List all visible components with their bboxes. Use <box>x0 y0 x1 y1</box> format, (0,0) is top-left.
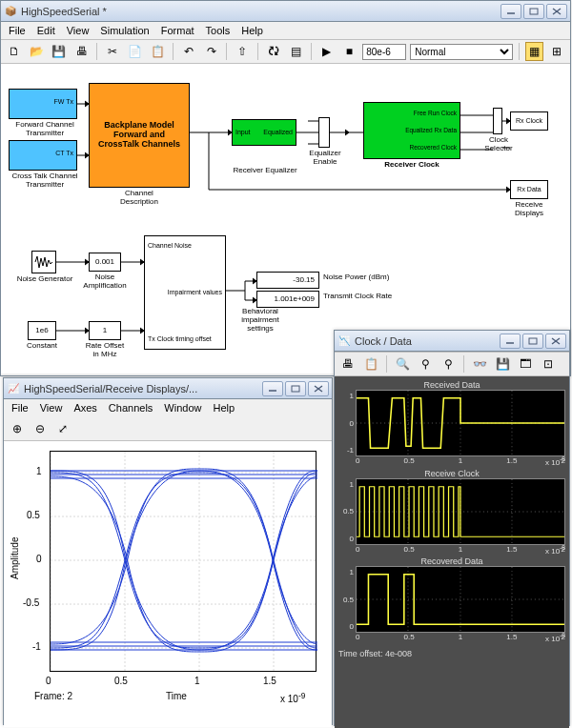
copy-icon[interactable]: 📄 <box>126 42 145 61</box>
block-fw-tx[interactable]: FW Tx <box>9 89 77 119</box>
eq-out: Equalized <box>263 129 293 136</box>
open-icon[interactable]: 📂 <box>28 42 47 61</box>
zoom-out-icon[interactable]: ⊖ <box>31 419 50 438</box>
noise-icon <box>34 254 53 270</box>
eye-menu-help[interactable]: Help <box>213 402 235 414</box>
zoom-in-icon[interactable]: ⊕ <box>8 419 27 438</box>
model-canvas[interactable]: FW Tx Forward ChannelTransmitter CT Tx C… <box>1 64 570 374</box>
scope-title-1: Received Data <box>338 380 565 390</box>
block-rx-data-out[interactable]: Rx Data <box>510 180 548 199</box>
new-icon[interactable]: 🗋 <box>5 42 24 61</box>
block-ct-tx[interactable]: CT Tx <box>9 140 77 171</box>
svg-rect-5 <box>292 386 299 392</box>
scope-autoscale-icon[interactable]: 👓 <box>470 354 489 374</box>
menu-file[interactable]: File <box>9 25 26 36</box>
minimize-button[interactable] <box>500 4 521 19</box>
scope-zoomy-icon[interactable]: ⚲ <box>439 354 458 374</box>
block-clock-sel[interactable] <box>493 108 502 134</box>
eye-menu-channels[interactable]: Channels <box>109 402 153 414</box>
close-button[interactable] <box>546 4 567 19</box>
label-tx-rate: Transmit Clock Rate <box>323 293 419 301</box>
label-eq-enable: EqualizerEnable <box>306 150 344 167</box>
frame-label: Frame: 2 <box>34 691 72 701</box>
scope3-yticks: 10.50 <box>338 566 356 633</box>
refresh-icon[interactable]: 🗘 <box>264 42 283 61</box>
label-fw-tx: Forward ChannelTransmitter <box>1 121 89 138</box>
scope-save-icon[interactable]: 💾 <box>493 354 512 374</box>
block-constant[interactable]: 1e6 <box>28 321 56 340</box>
block-eq-switch[interactable] <box>318 117 330 148</box>
save-icon[interactable]: 💾 <box>50 42 69 61</box>
eye-titlebar: 📈 HighSpeedSerial/Receive Displays/... <box>4 378 332 399</box>
eye-menu-view[interactable]: View <box>40 402 63 414</box>
sim-mode-select[interactable]: Normal <box>410 44 513 60</box>
scope-maximize-button[interactable] <box>522 334 543 349</box>
ytick-0: 0 <box>36 554 42 564</box>
eye-close-button[interactable] <box>308 381 329 396</box>
port-ct-tx: CT Tx <box>55 150 73 157</box>
scope-time-offset: Time offset: 4e-008 <box>338 649 565 658</box>
eye-title: HighSpeedSerial/Receive Displays/... <box>24 383 262 394</box>
rx-clock-port: Rx Clock <box>516 117 542 125</box>
menu-tools[interactable]: Tools <box>206 25 231 36</box>
ytick-1: 1 <box>36 466 42 476</box>
scope-axes-1[interactable] <box>356 390 565 456</box>
block-noise-pwr-display[interactable]: -30.15 <box>256 272 319 289</box>
free-run-clock: Free Run Clock <box>414 110 457 116</box>
block-equalizer[interactable]: Input Equalized <box>232 119 296 146</box>
model-explorer-icon[interactable]: ⊞ <box>547 42 566 61</box>
eye-window: 📈 HighSpeedSerial/Receive Displays/... F… <box>3 377 333 725</box>
eye-minimize-button[interactable] <box>262 381 283 396</box>
zoom-fit-icon[interactable]: ⤢ <box>53 419 72 438</box>
block-rate-offset[interactable]: 1 <box>89 321 121 340</box>
scope-print-icon[interactable]: 🖶 <box>338 354 358 374</box>
scope-zoomx-icon[interactable]: ⚲ <box>416 354 435 374</box>
scope-minimize-button[interactable] <box>500 334 521 349</box>
eye-axes[interactable] <box>50 451 317 672</box>
label-constant: Constant <box>20 342 64 351</box>
ch-noise-port: Channel Noise <box>148 242 192 250</box>
menu-format[interactable]: Format <box>161 25 194 36</box>
scope-icon: 📈 <box>7 382 20 395</box>
menu-simulation[interactable]: Simulation <box>100 25 149 36</box>
scope1-yticks: 10-1 <box>338 390 356 456</box>
eye-menu-file[interactable]: File <box>11 402 29 414</box>
scope-zoom-icon[interactable]: 🔍 <box>393 354 412 374</box>
maximize-button[interactable] <box>523 4 544 19</box>
block-tx-rate-display[interactable]: 1.001e+009 <box>256 291 319 308</box>
cut-icon[interactable]: ✂ <box>103 42 122 61</box>
block-rx-clock[interactable]: Free Run Clock Equalized Rx Data Recover… <box>363 102 460 159</box>
scope-close-button[interactable] <box>545 334 566 349</box>
ytick-m1: -1 <box>32 641 41 652</box>
block-backplane[interactable]: Backplane ModelForward andCrossTalk Chan… <box>89 83 190 188</box>
menu-help[interactable]: Help <box>241 25 263 36</box>
eye-ylabel: Amplitude <box>10 537 20 579</box>
library-icon[interactable]: ▦ <box>525 42 544 61</box>
eye-maximize-button[interactable] <box>285 381 306 396</box>
block-noise-amp[interactable]: 0.001 <box>89 253 121 272</box>
run-icon[interactable]: ▶ <box>317 42 337 61</box>
xtick-0: 0 <box>46 676 51 686</box>
scope-axes-3[interactable] <box>356 566 565 633</box>
block-impairment[interactable]: Channel Noise Impairment values Tx Clock… <box>144 235 226 350</box>
scope-restore-icon[interactable]: 🗔 <box>516 354 535 374</box>
paste-icon[interactable]: 📋 <box>149 42 168 61</box>
scope-float-icon[interactable]: ⊡ <box>539 354 558 374</box>
build-icon[interactable]: ▤ <box>286 42 305 61</box>
undo-icon[interactable]: ↶ <box>179 42 198 61</box>
menu-view[interactable]: View <box>67 25 90 36</box>
stop-time-input[interactable] <box>362 44 406 60</box>
redo-icon[interactable]: ↷ <box>202 42 221 61</box>
nav-up-icon[interactable]: ⇧ <box>233 42 252 61</box>
scope-params-icon[interactable]: 📋 <box>361 354 380 374</box>
scope-axes-2[interactable] <box>356 478 565 545</box>
stop-icon[interactable]: ■ <box>340 42 359 61</box>
block-noise-gen[interactable] <box>31 251 56 273</box>
print-icon[interactable]: 🖶 <box>72 42 92 61</box>
eye-menu-window[interactable]: Window <box>164 402 201 414</box>
menu-edit[interactable]: Edit <box>37 25 55 36</box>
port-fw-tx: FW Tx <box>54 98 73 106</box>
main-titlebar: 📦 HighSpeedSerial * <box>1 1 570 22</box>
eye-menu-axes[interactable]: Axes <box>73 402 96 414</box>
block-rx-clock-out[interactable]: Rx Clock <box>510 111 548 131</box>
